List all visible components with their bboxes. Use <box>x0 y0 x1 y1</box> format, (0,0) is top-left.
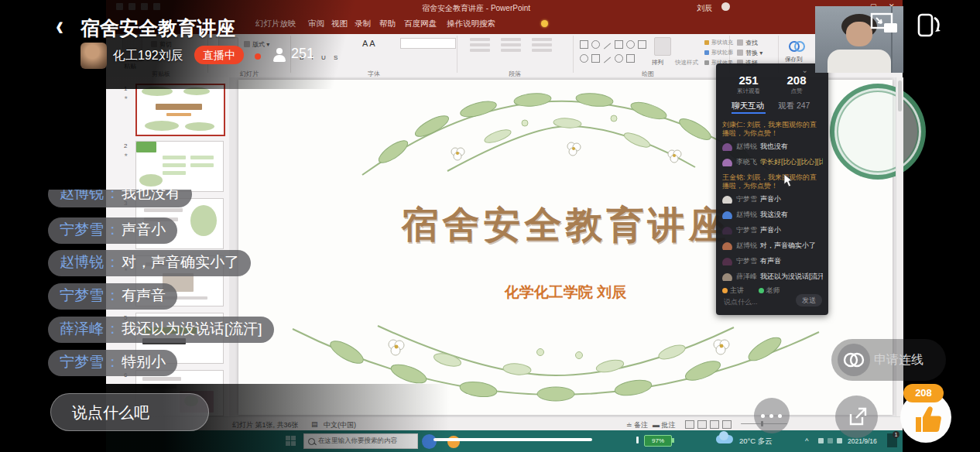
quick-style-button[interactable]: 快速样式 <box>675 59 698 67</box>
teacher-dot-icon <box>759 288 764 293</box>
font-size-buttons[interactable]: A A <box>362 39 375 48</box>
chat-panel: ⌄ ✕ 251 累计观看 208 点赞 聊天互动 观看 247 刘康仁: 刘辰，… <box>716 63 828 315</box>
battery-indicator[interactable]: 97% <box>644 435 672 447</box>
school-seal-logo <box>830 84 926 180</box>
share-button[interactable] <box>835 396 878 438</box>
clock-date[interactable]: 2021/9/16 <box>848 437 877 445</box>
undo-icon[interactable] <box>128 3 135 10</box>
slideshow-icon[interactable] <box>153 3 160 10</box>
comments-toggle[interactable]: ▬ 批注 <box>653 420 676 430</box>
shape-outline-icon <box>704 50 709 55</box>
slide-counter: 幻灯片 第1张, 共36张 <box>232 420 299 430</box>
chat-bubble: 赵博锐：对，声音确实小了 <box>48 250 251 276</box>
account-avatar[interactable] <box>721 2 730 11</box>
tray-icon[interactable] <box>828 438 833 443</box>
chat-message-notice: 刘康仁: 刘辰，我来围观你的直播啦，为你点赞！ <box>722 121 823 138</box>
slideshow-view-icon[interactable] <box>722 420 732 429</box>
chat-bubble: 宁梦雪：特别小 <box>48 350 177 376</box>
tray-icon[interactable] <box>818 438 824 443</box>
normal-view-icon[interactable] <box>685 420 694 429</box>
volume-icon[interactable] <box>837 438 842 443</box>
replace-button[interactable]: 替换 ▾ <box>737 49 762 57</box>
panel-chat-input[interactable]: 说点什么... <box>724 297 758 307</box>
viewer-person-icon <box>272 48 286 62</box>
active-tab-underline <box>732 112 766 114</box>
request-connect-button[interactable]: 申请连线 <box>831 339 946 381</box>
slide-thumbnail-1[interactable] <box>135 84 225 136</box>
circle-shape-icon <box>626 40 635 49</box>
like-count-badge: 208 <box>903 384 944 402</box>
language-indicator[interactable]: 中文(中国) <box>324 420 356 430</box>
find-icon <box>737 39 743 46</box>
callout-shape-icon <box>626 54 635 63</box>
shape-effects-icon <box>704 60 709 65</box>
chat-message-notice: 王金铭: 刘辰，我来围观你的直播啦，为你点赞！ <box>722 173 823 190</box>
shape-outline-button[interactable]: 形状轮廓 <box>704 49 733 56</box>
arrange-button[interactable] <box>654 37 671 56</box>
arrange-label: 排列 <box>652 59 663 67</box>
avatar <box>722 242 732 250</box>
stream-title: 宿舍安全教育讲座 <box>81 15 235 41</box>
transition-star-icon: ★ <box>124 94 128 100</box>
find-button[interactable]: 查找 <box>737 39 758 47</box>
share-icon <box>835 396 878 438</box>
alignment-buttons[interactable] <box>501 36 521 54</box>
slide-sorter-view-icon[interactable] <box>697 420 707 429</box>
edge-browser-icon[interactable] <box>422 434 437 449</box>
notes-toggle[interactable]: ≐ 备注 <box>626 420 648 430</box>
olive-branch-decoration <box>285 321 827 416</box>
tab-help[interactable]: 帮助 <box>379 19 396 29</box>
notification-count-badge: 1 <box>893 431 899 438</box>
quick-access-toolbar[interactable] <box>116 3 160 10</box>
tab-watching[interactable]: 观看 247 <box>778 101 810 111</box>
tray-expand-chevron[interactable]: ^ <box>805 437 808 445</box>
save-to-pan-button[interactable]: 保存到 <box>785 56 803 63</box>
weather-cloud-icon <box>716 435 733 443</box>
save-icon[interactable] <box>116 3 123 10</box>
scissors-icon <box>151 41 157 47</box>
tell-me-search[interactable]: 操作说明搜索 <box>447 19 495 29</box>
frame-shape-icon <box>638 40 646 49</box>
thumb-number: 1 <box>124 85 127 92</box>
font-name-box[interactable] <box>400 38 456 49</box>
shape-fill-button[interactable]: 形状填充 <box>704 39 733 46</box>
avatar <box>722 196 732 204</box>
taskbar-search-input[interactable]: 在这里输入你要搜索的内容 <box>303 433 418 449</box>
slide-thumbnail-2[interactable] <box>135 141 224 192</box>
reading-view-icon[interactable] <box>710 420 719 429</box>
baidu-netdisk-icon <box>789 39 803 53</box>
redo-icon[interactable] <box>141 3 148 10</box>
more-options-button[interactable] <box>754 398 790 433</box>
search-icon <box>308 438 315 445</box>
oval-shape-icon <box>580 54 588 63</box>
weather-text[interactable]: 20°C 多云 <box>739 437 773 447</box>
thumb-number: 2 <box>124 142 127 149</box>
live-badge: 直播中 <box>194 46 244 64</box>
spellcheck-icon[interactable]: ▤ <box>311 420 318 428</box>
indent-buttons[interactable] <box>532 36 552 54</box>
connect-label: 申请连线 <box>874 352 923 368</box>
account-name[interactable]: 刘辰 <box>697 3 712 14</box>
layout-button[interactable]: 版式 ▾ <box>244 40 269 49</box>
tab-slideshow[interactable]: 幻灯片放映 <box>255 19 296 29</box>
presenter-body <box>828 50 891 73</box>
picture-in-picture-icon[interactable] <box>870 12 899 36</box>
tab-record[interactable]: 录制 <box>355 19 371 29</box>
stream-seek-bar[interactable] <box>433 438 592 441</box>
tab-chat-interaction[interactable]: 聊天互动 <box>732 101 764 111</box>
chat-message: 薛泽峰我还以为没说话[流汗] <box>722 272 823 281</box>
say-something-input[interactable]: 说点什么吧 <box>50 393 209 431</box>
rotate-screen-icon[interactable] <box>916 12 942 39</box>
tab-review[interactable]: 审阅 <box>308 19 324 29</box>
live-stream-screen: 宿舍安全教育讲座 - PowerPoint 刘辰 — ▢ ✕ 幻灯片放映 审阅 … <box>0 0 980 452</box>
start-button[interactable] <box>286 436 296 446</box>
streamer-name[interactable]: 化工192刘辰 <box>113 48 183 64</box>
action-center-icon[interactable]: 1 <box>887 433 897 447</box>
bullet-list-buttons[interactable] <box>470 36 490 54</box>
send-button[interactable]: 发送 <box>796 294 822 306</box>
tab-view[interactable]: 视图 <box>331 19 348 29</box>
streamer-avatar[interactable] <box>81 43 107 69</box>
tab-baidu-pan[interactable]: 百度网盘 <box>404 19 437 29</box>
avatar <box>722 258 732 265</box>
back-button[interactable]: ‹ <box>56 9 63 43</box>
